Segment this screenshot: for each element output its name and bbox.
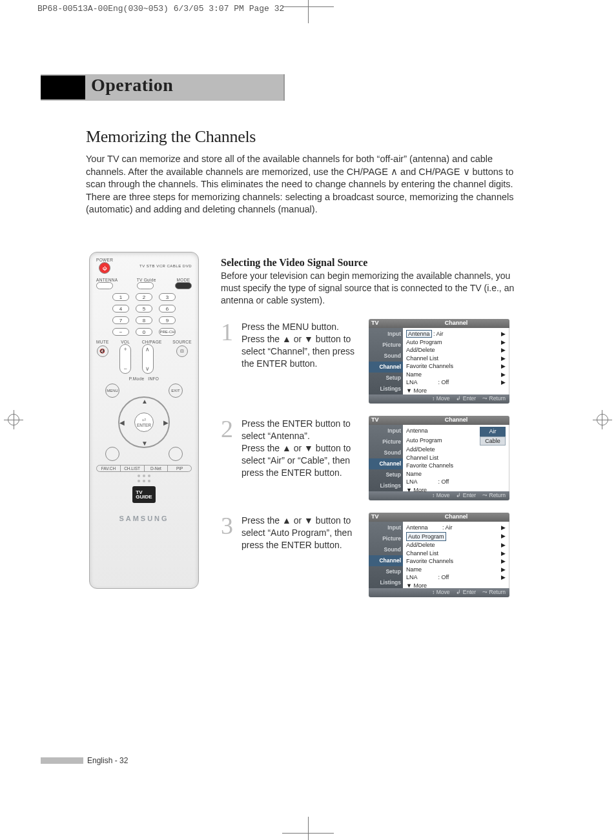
sidebar-setup: Setup (369, 373, 403, 384)
exit-button: EXIT (169, 384, 183, 398)
hint-enter: ↲ Enter (456, 492, 476, 500)
sidebar-picture: Picture (369, 436, 403, 447)
mode-button (175, 282, 192, 289)
sidebar-input: Input (369, 425, 403, 436)
crop-mark (308, 0, 309, 23)
dnet-button: D-Net (145, 466, 169, 471)
row-lna: LNA (406, 574, 417, 580)
chlist-button: CH.LIST (121, 466, 145, 471)
menu-sidebar: Input Picture Sound Channel Setup Listin… (369, 425, 403, 491)
volume-rocker: +− (119, 344, 131, 374)
row-auto-program: Auto Program (406, 436, 442, 446)
row-lna: LNA (406, 379, 417, 385)
sidebar-setup: Setup (369, 469, 403, 480)
value-air: : Air (442, 524, 453, 531)
row-channel-list: Channel List (406, 454, 438, 462)
num-1: 1 (112, 293, 129, 301)
value-air: : Air (433, 331, 444, 337)
num-dash: − (112, 328, 129, 336)
pmode-label: P.Mode (129, 376, 145, 381)
sidebar-listings: Listings (369, 577, 403, 588)
row-name: Name (406, 566, 422, 574)
num-5: 5 (136, 305, 152, 312)
favch-button: FAV.CH (97, 466, 121, 471)
sidebar-picture: Picture (369, 533, 403, 544)
tvguide-button (137, 282, 154, 289)
section-title: Operation (91, 75, 173, 96)
step-text: Press the ▲ or ▼ button to select “Auto … (241, 515, 367, 551)
diag-button (105, 447, 119, 461)
hint-return: ⤳ Return (482, 589, 506, 597)
left-arrow-icon: ◀ (119, 419, 125, 426)
tv-label: TV (369, 416, 403, 425)
num-4: 4 (112, 305, 129, 312)
row-add-delete: Add/Delete (406, 541, 435, 549)
sidebar-picture: Picture (369, 339, 403, 350)
num-3: 3 (159, 293, 176, 301)
sidebar-sound: Sound (369, 447, 403, 458)
step-number: 2 (221, 418, 241, 478)
menu-list: AntennaAir Auto ProgramCable Add/Delete … (403, 425, 509, 491)
step-number: 3 (221, 515, 241, 551)
up-arrow-icon: ▲ (141, 398, 148, 405)
number-pad: 1 2 3 4 5 6 7 8 9 − 0 PRE-CH (112, 293, 176, 336)
down-arrow-icon: ▼ (141, 440, 148, 447)
row-more: ▼ More (406, 582, 427, 590)
bottom-button-bar: FAV.CH CH.LIST D-Net PIP (96, 465, 192, 472)
power-button-icon: ⏻ (99, 262, 110, 274)
enter-button: ⏎ENTER (134, 413, 154, 432)
row-antenna: Antenna (406, 330, 432, 338)
num-7: 7 (112, 316, 129, 324)
sidebar-channel: Channel (369, 362, 403, 373)
pip-button: PIP (168, 466, 191, 471)
section-accent (41, 76, 85, 99)
indicator-dots (138, 480, 150, 482)
tv-label: TV (369, 513, 403, 522)
subsection-text: Before your television can begin memoriz… (221, 270, 524, 307)
option-air: Air (480, 427, 506, 436)
vol-label: VOL (121, 340, 130, 344)
prepress-header: BP68-00513A-00Eng(030~053) 6/3/05 3:07 P… (37, 4, 284, 14)
pre-ch-button: PRE-CH (159, 328, 176, 336)
num-0: 0 (136, 328, 152, 336)
step-text: Press the ENTER button to select “Antenn… (241, 418, 367, 478)
row-auto-program: Auto Program (406, 532, 446, 542)
step-text: Press the MENU button. Press the ▲ or ▼ … (241, 321, 367, 370)
row-add-delete: Add/Delete (406, 346, 435, 354)
num-6: 6 (159, 305, 176, 312)
channel-rocker: ∧∨ (142, 344, 154, 374)
row-more: ▼ More (406, 387, 427, 395)
sidebar-input: Input (369, 328, 403, 339)
page-number: English - 32 (87, 756, 128, 765)
row-name: Name (406, 470, 422, 478)
nav-cluster: MENU EXIT ▲ ▼ ◀ ▶ ⏎ENTER (105, 384, 183, 461)
sidebar-channel: Channel (369, 458, 403, 469)
brand-logo: SAMSUNG (119, 515, 169, 522)
row-add-delete: Add/Delete (406, 446, 435, 454)
sidebar-listings: Listings (369, 480, 403, 491)
row-antenna: Antenna (406, 427, 428, 436)
tvguide-label: TV Guide (137, 278, 156, 282)
intro-paragraph: Your TV can memorize and store all of th… (86, 153, 528, 216)
tvguide-logo: TV GUIDE (132, 486, 156, 503)
tv-menu-panel-2: TVChannel Input Picture Sound Channel Se… (369, 416, 509, 500)
option-cable: Cable (480, 436, 506, 446)
row-channel-list: Channel List (406, 354, 438, 363)
tv-menu-panel-1: TVChannel Input Picture Sound Channel Se… (369, 319, 509, 404)
menu-list: Antenna : Air▶ Auto Program▶ Add/Delete▶… (403, 522, 509, 588)
right-arrow-icon: ▶ (163, 419, 169, 426)
step-number: 1 (221, 321, 241, 370)
subsection-title: Selecting the Video Signal Source (221, 257, 367, 269)
hint-return: ⤳ Return (482, 395, 506, 403)
section-divider (283, 74, 285, 101)
value-off: : Off (438, 379, 449, 385)
num-2: 2 (136, 293, 152, 301)
menu-sidebar: Input Picture Sound Channel Setup Listin… (369, 328, 403, 394)
row-auto-program: Auto Program (406, 338, 442, 347)
row-favorite: Favorite Channels (406, 362, 453, 371)
indicator-dots (138, 475, 150, 477)
hint-enter: ↲ Enter (456, 395, 476, 403)
hint-enter: ↲ Enter (456, 589, 476, 597)
channel-header: Channel (403, 319, 509, 328)
crop-mark (282, 6, 334, 7)
